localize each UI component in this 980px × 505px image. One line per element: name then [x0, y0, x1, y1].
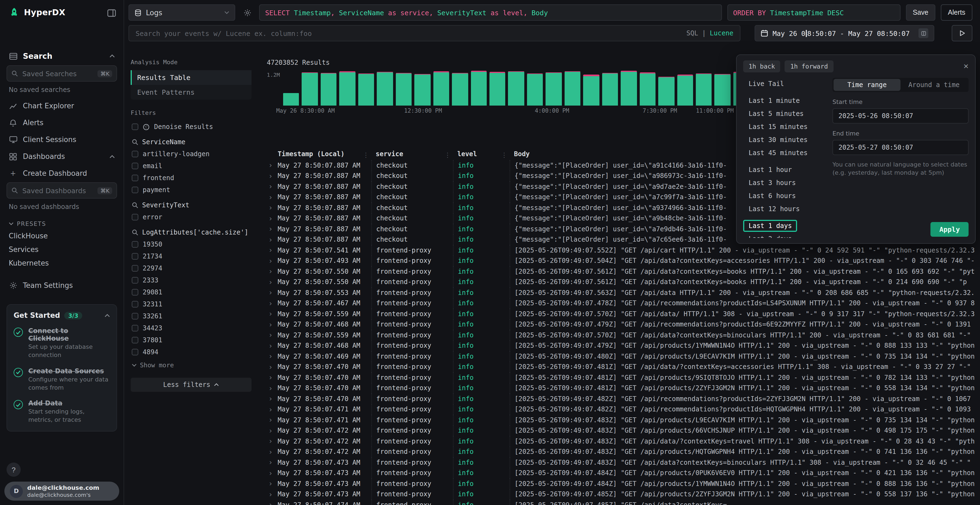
histogram-bar[interactable] — [283, 71, 299, 106]
filter-checkbox-row[interactable]: 32311 — [130, 298, 251, 310]
user-menu[interactable]: D dale@clickhouse.com dale@clickhouse.co… — [4, 482, 119, 501]
row-expand-icon[interactable]: › — [267, 299, 278, 308]
histogram-bar[interactable] — [339, 71, 356, 106]
table-row[interactable]: ›May 27 8:50:07.541 AMfrontend-proxyinfo… — [267, 245, 975, 256]
filter-checkbox-row[interactable]: artillery-loadgen — [130, 148, 251, 160]
checkbox[interactable] — [132, 325, 138, 332]
row-expand-icon[interactable]: › — [267, 278, 278, 286]
table-row[interactable]: ›May 27 8:50:07.550 AMfrontend-proxyinfo… — [267, 266, 975, 277]
filter-checkbox-row[interactable]: 4894 — [130, 346, 251, 358]
row-expand-icon[interactable]: › — [267, 448, 278, 456]
row-expand-icon[interactable]: › — [267, 490, 278, 499]
checkbox[interactable] — [132, 337, 138, 343]
get-started-item[interactable]: Connect to ClickHouseSet up your databas… — [14, 327, 110, 359]
row-expand-icon[interactable]: › — [267, 384, 278, 392]
row-expand-icon[interactable]: › — [267, 204, 278, 212]
close-icon[interactable]: × — [963, 62, 969, 71]
table-row[interactable]: ›May 27 8:50:07.559 AMfrontend-proxyinfo… — [267, 330, 975, 340]
row-expand-icon[interactable]: › — [267, 395, 278, 403]
alerts-button[interactable]: Alerts — [941, 4, 972, 21]
row-expand-icon[interactable]: › — [267, 214, 278, 222]
column-header-timestamp[interactable]: Timestamp (Local) — [278, 150, 371, 158]
row-expand-icon[interactable]: › — [267, 427, 278, 435]
table-row[interactable]: ›May 27 8:50:07.559 AMfrontend-proxyinfo… — [267, 308, 975, 319]
checkbox[interactable] — [132, 301, 138, 308]
filter-checkbox-row[interactable]: 29081 — [130, 286, 251, 298]
table-row[interactable]: ›May 27 8:50:07.470 AMfrontend-proxyinfo… — [267, 372, 975, 383]
language-sql-toggle[interactable]: SQL — [686, 29, 698, 37]
source-select[interactable]: Logs — [129, 4, 235, 21]
checkbox[interactable] — [132, 349, 138, 355]
row-expand-icon[interactable]: › — [267, 236, 278, 244]
histogram-bar[interactable] — [527, 71, 543, 106]
row-expand-icon[interactable]: › — [267, 225, 278, 233]
checkbox[interactable] — [132, 214, 138, 221]
quick-range-option[interactable]: Last 15 minutes — [743, 121, 813, 133]
preset-item[interactable]: ClickHouse — [6, 229, 117, 243]
quick-range-option[interactable]: Last 6 hours — [743, 190, 801, 202]
quick-range-option[interactable]: Last 12 hours — [743, 203, 805, 215]
table-row[interactable]: ›May 27 8:50:07.473 AMfrontend-proxyinfo… — [267, 457, 975, 468]
analysis-mode-option[interactable]: Results Table — [130, 70, 251, 85]
column-header-service[interactable]: service — [371, 150, 453, 158]
row-expand-icon[interactable]: › — [267, 459, 278, 467]
sidebar-item-dashboards[interactable]: Dashboards — [6, 149, 117, 164]
histogram-bar[interactable] — [508, 71, 524, 106]
checkbox[interactable] — [132, 253, 138, 260]
table-row[interactable]: ›May 27 8:50:07.473 AMfrontend-proxyinfo… — [267, 489, 975, 500]
row-expand-icon[interactable]: › — [267, 321, 278, 329]
table-row[interactable]: ›May 27 8:50:07.471 AMfrontend-proxyinfo… — [267, 404, 975, 414]
sidebar-item-chart-explorer[interactable]: Chart Explorer — [6, 98, 117, 114]
row-expand-icon[interactable]: › — [267, 373, 278, 382]
row-expand-icon[interactable]: › — [267, 437, 278, 445]
row-expand-icon[interactable]: › — [267, 246, 278, 254]
table-row[interactable]: ›May 27 8:50:07.470 AMfrontend-proxyinfo… — [267, 394, 975, 404]
table-row[interactable]: ›May 27 8:50:07.471 AMfrontend-proxyinfo… — [267, 414, 975, 425]
row-expand-icon[interactable]: › — [267, 353, 278, 360]
table-row[interactable]: ›May 27 8:50:07.553 AMfrontend-proxyinfo… — [267, 287, 975, 298]
date-range-input[interactable]: May 26 08:50:07 - May 27 08:50:07 — [755, 25, 934, 41]
table-row[interactable]: ›May 27 8:50:07.470 AMfrontend-proxyinfo… — [267, 362, 975, 372]
denoise-results-row[interactable]: Denoise Results — [130, 121, 251, 133]
histogram-bar[interactable] — [602, 71, 618, 106]
row-expand-icon[interactable]: › — [267, 161, 278, 170]
saved-searches-input[interactable]: Saved Searches ⌘K — [6, 65, 117, 82]
histogram-bar[interactable] — [620, 71, 637, 106]
filter-checkbox-row[interactable]: error — [130, 211, 251, 223]
tab-around-a-time[interactable]: Around a time — [900, 79, 967, 91]
quick-range-option[interactable]: Last 2 days — [743, 233, 797, 238]
chevron-up-icon[interactable] — [110, 155, 115, 158]
table-row[interactable]: ›May 27 8:50:07.469 AMfrontend-proxyinfo… — [267, 351, 975, 362]
histogram-bar[interactable] — [583, 71, 600, 106]
row-expand-icon[interactable]: › — [267, 501, 278, 505]
quick-range-option[interactable]: Live Tail — [743, 78, 789, 90]
histogram-bar[interactable] — [452, 71, 468, 106]
preset-item[interactable]: Kubernetes — [6, 256, 117, 270]
row-expand-icon[interactable]: › — [267, 469, 278, 477]
row-expand-icon[interactable]: › — [267, 342, 278, 350]
histogram-bar[interactable] — [565, 71, 581, 106]
histogram-bar[interactable] — [471, 71, 487, 106]
histogram-bar[interactable] — [658, 71, 674, 106]
shift-forward-button[interactable]: 1h forward — [785, 60, 834, 72]
apply-button[interactable]: Apply — [931, 222, 969, 237]
analysis-mode-option[interactable]: Event Patterns — [130, 85, 251, 100]
histogram-bar[interactable] — [546, 71, 562, 106]
create-dashboard-button[interactable]: + Create Dashboard — [6, 165, 117, 181]
table-row[interactable]: ›May 27 8:50:07.493 AMfrontend-proxyinfo… — [267, 256, 975, 266]
help-button[interactable]: ? — [6, 462, 21, 477]
table-row[interactable]: ›May 27 8:50:07.468 AMfrontend-proxyinfo… — [267, 319, 975, 330]
checkbox[interactable] — [132, 175, 138, 181]
run-query-button[interactable] — [952, 25, 972, 41]
histogram-bar[interactable] — [714, 71, 731, 106]
quick-range-option[interactable]: Last 1 minute — [743, 95, 805, 106]
table-row[interactable]: ›May 27 8:50:07.550 AMfrontend-proxyinfo… — [267, 277, 975, 287]
preset-item[interactable]: Services — [6, 243, 117, 256]
row-expand-icon[interactable]: › — [267, 480, 278, 488]
histogram-bar[interactable] — [696, 71, 712, 106]
checkbox[interactable] — [132, 313, 138, 319]
row-expand-icon[interactable]: › — [267, 257, 278, 265]
filter-checkbox-row[interactable]: 37801 — [130, 334, 251, 346]
checkbox[interactable] — [132, 124, 138, 130]
filter-checkbox-row[interactable]: 33261 — [130, 310, 251, 322]
